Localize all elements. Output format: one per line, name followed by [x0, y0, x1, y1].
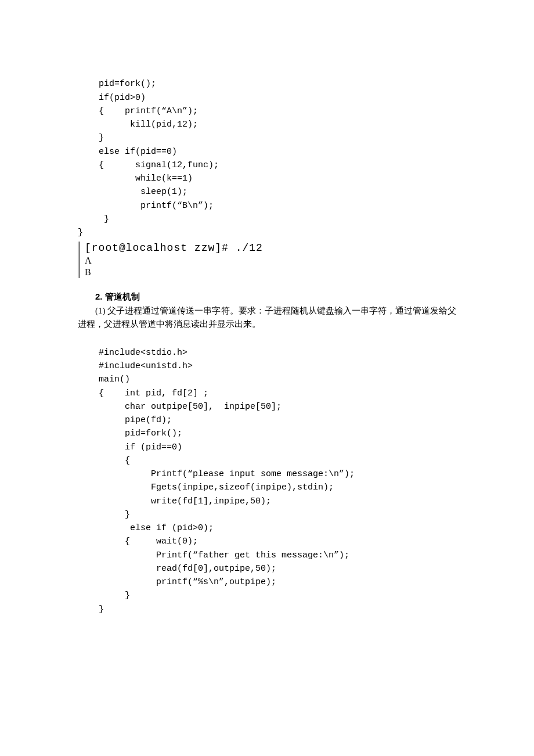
code-line: if (pid==0) [78, 442, 182, 452]
code-line: while(k==1) [78, 174, 193, 183]
code-line: sleep(1); [78, 187, 187, 197]
code-line: pipe(fd); [78, 415, 172, 425]
code-line: #include<stdio.h> [78, 348, 187, 358]
section-heading: 2. 管道机制 [78, 290, 456, 303]
code-line: { [78, 456, 130, 466]
code-line: kill(pid,12); [78, 120, 198, 129]
code-line: if(pid>0) [78, 93, 146, 103]
code-line: } [78, 214, 109, 224]
code-line: Printf(“please input some message:\n”); [78, 469, 355, 479]
terminal-output: [root@localhost zzw]# ./12 A B [78, 242, 456, 278]
code-line: read(fd[0],outpipe,50); [78, 564, 276, 574]
code-line: pid=fork(); [78, 429, 182, 438]
code-line: } [78, 133, 104, 143]
code-line: pid=fork(); [78, 79, 156, 89]
document-page: pid=fork(); if(pid>0) { printf(“A\n”); k… [0, 0, 534, 732]
terminal-line: A [85, 255, 456, 267]
code-line: else if (pid>0); [78, 523, 214, 533]
section-description: (1) 父子进程通过管道传送一串字符。要求：子进程随机从键盘输入一串字符，通过管… [78, 304, 456, 332]
code-line: } [78, 604, 104, 614]
code-line: #include<unistd.h> [78, 361, 193, 371]
code-line: { signal(12,func); [78, 160, 219, 170]
code-line: } [78, 228, 83, 237]
terminal-line: B [85, 267, 456, 278]
code-line: } [78, 510, 130, 520]
code-line: main() [78, 375, 130, 384]
code-block-2: #include<stdio.h> #include<unistd.h> mai… [78, 333, 456, 616]
code-line: printf(“B\n”); [78, 201, 214, 211]
code-line: write(fd[1],inpipe,50); [78, 496, 271, 506]
code-line: char outpipe[50], inpipe[50]; [78, 402, 282, 412]
code-line: printf(“%s\n”,outpipe); [78, 577, 276, 587]
code-line: else if(pid==0) [78, 147, 177, 157]
code-line: { printf(“A\n”); [78, 106, 198, 116]
code-block-1: pid=fork(); if(pid>0) { printf(“A\n”); k… [78, 64, 456, 239]
code-line: Printf(“father get this message:\n”); [78, 550, 349, 560]
code-line: { int pid, fd[2] ; [78, 388, 208, 398]
code-line: Fgets(inpipe,sizeof(inpipe),stdin); [78, 483, 334, 492]
code-line: } [78, 591, 130, 600]
code-line: { wait(0); [78, 537, 198, 546]
terminal-line: [root@localhost zzw]# ./12 [85, 242, 456, 255]
